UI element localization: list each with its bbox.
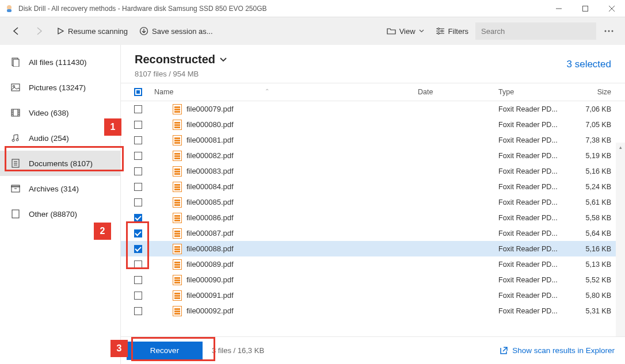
search-input[interactable]	[475, 22, 596, 40]
pdf-icon	[173, 197, 182, 208]
file-row[interactable]: file000084.pdfFoxit Reader PD...5,24 KB	[121, 179, 625, 194]
file-row[interactable]: file000089.pdfFoxit Reader PD...5,13 KB	[121, 256, 625, 272]
view-heading-dropdown[interactable]: Reconstructed	[135, 53, 227, 66]
play-icon	[56, 27, 64, 35]
file-row[interactable]: file000082.pdfFoxit Reader PD...5,19 KB	[121, 148, 625, 163]
file-type: Foxit Reader PD...	[498, 245, 567, 253]
more-button[interactable]	[599, 30, 619, 32]
file-checkbox[interactable]	[134, 245, 142, 253]
main-panel: Reconstructed 8107 files / 954 MB 3 sele…	[121, 45, 625, 364]
file-checkbox[interactable]	[134, 167, 142, 175]
archives-icon	[10, 183, 21, 194]
documents-icon	[10, 158, 21, 168]
file-type: Foxit Reader PD...	[498, 136, 567, 144]
sidebar-item-documents[interactable]: Documents (8107)	[0, 151, 120, 176]
file-type: Foxit Reader PD...	[498, 152, 567, 160]
other-icon	[10, 209, 21, 219]
column-header-type[interactable]: Type	[498, 88, 567, 96]
file-type: Foxit Reader PD...	[498, 260, 567, 269]
scroll-up-icon[interactable]: ▴	[616, 143, 625, 152]
pdf-icon	[173, 259, 182, 270]
minimize-button[interactable]	[546, 0, 572, 17]
file-row[interactable]: file000080.pdfFoxit Reader PD...7,05 KB	[121, 117, 625, 132]
file-name: file000079.pdf	[186, 105, 234, 113]
filters-button[interactable]: Filters	[431, 22, 473, 40]
file-row[interactable]: file000092.pdfFoxit Reader PD...5,31 KB	[121, 303, 625, 319]
sidebar-item-audio[interactable]: Audio (254)	[0, 125, 120, 151]
file-checkbox[interactable]	[134, 105, 142, 113]
sidebar: All files (111430) Pictures (13247) Vide…	[0, 45, 121, 364]
show-in-explorer-link[interactable]: Show scan results in Explorer	[499, 346, 615, 355]
file-checkbox[interactable]	[134, 214, 142, 222]
select-all-checkbox[interactable]	[134, 88, 142, 96]
scrollbar[interactable]: ▴	[616, 143, 625, 336]
file-row[interactable]: file000091.pdfFoxit Reader PD...5,80 KB	[121, 288, 625, 303]
pdf-icon	[173, 135, 182, 145]
close-button[interactable]	[599, 0, 625, 17]
svg-rect-3	[583, 6, 588, 11]
back-button[interactable]	[6, 22, 26, 40]
file-type: Foxit Reader PD...	[498, 276, 567, 284]
file-type: Foxit Reader PD...	[498, 167, 567, 175]
external-link-icon	[499, 346, 508, 355]
svg-rect-1	[7, 9, 12, 12]
sidebar-item-video[interactable]: Video (638)	[0, 100, 120, 125]
save-session-button[interactable]: Save session as...	[135, 22, 218, 40]
svg-point-14	[608, 30, 610, 32]
file-name: file000084.pdf	[186, 182, 234, 191]
file-checkbox[interactable]	[134, 276, 142, 284]
file-row[interactable]: file000085.pdfFoxit Reader PD...5,61 KB	[121, 194, 625, 210]
file-checkbox[interactable]	[134, 121, 142, 129]
folder-icon	[387, 27, 396, 35]
sidebar-item-other[interactable]: Other (88870)	[0, 201, 120, 227]
file-checkbox[interactable]	[134, 292, 142, 300]
file-name: file000092.pdf	[186, 306, 234, 315]
selected-count[interactable]: 3 selected	[567, 59, 612, 70]
column-header-name[interactable]: Name⌃	[150, 88, 418, 96]
file-checkbox[interactable]	[134, 229, 142, 237]
file-row[interactable]: file000079.pdfFoxit Reader PD...7,06 KB	[121, 101, 625, 117]
column-header-date[interactable]: Date	[418, 88, 498, 96]
view-dropdown[interactable]: View	[382, 22, 429, 40]
file-size: 7,06 KB	[567, 105, 625, 113]
file-type: Foxit Reader PD...	[498, 183, 567, 191]
file-type: Foxit Reader PD...	[498, 105, 567, 113]
svg-rect-38	[12, 210, 19, 218]
file-checkbox[interactable]	[134, 183, 142, 191]
file-row[interactable]: file000086.pdfFoxit Reader PD...5,58 KB	[121, 210, 625, 225]
svg-rect-18	[12, 84, 20, 91]
file-row[interactable]: file000081.pdfFoxit Reader PD...7,38 KB	[121, 132, 625, 148]
file-name: file000088.pdf	[186, 244, 234, 253]
file-name: file000091.pdf	[186, 291, 234, 300]
pdf-icon	[173, 228, 182, 239]
maximize-button[interactable]	[572, 0, 599, 17]
recover-button[interactable]: Recover	[127, 342, 203, 360]
file-row[interactable]: file000088.pdfFoxit Reader PD...5,16 KB	[121, 241, 625, 256]
file-row[interactable]: file000090.pdfFoxit Reader PD...5,52 KB	[121, 272, 625, 288]
sidebar-item-pictures[interactable]: Pictures (13247)	[0, 75, 120, 100]
file-checkbox[interactable]	[134, 136, 142, 144]
pdf-icon	[173, 104, 182, 114]
file-name: file000086.pdf	[186, 213, 234, 222]
pdf-icon	[173, 151, 182, 161]
file-row[interactable]: file000083.pdfFoxit Reader PD...5,16 KB	[121, 163, 625, 179]
resume-scanning-button[interactable]: Resume scanning	[52, 22, 132, 40]
file-checkbox[interactable]	[134, 260, 142, 269]
file-name: file000087.pdf	[186, 229, 234, 237]
file-count-summary: 8107 files / 954 MB	[135, 70, 227, 78]
chevron-down-icon	[419, 29, 424, 33]
column-header-size[interactable]: Size	[567, 88, 625, 96]
selection-info: 3 files / 16,3 KB	[212, 346, 264, 355]
forward-button[interactable]	[29, 22, 49, 40]
file-row[interactable]: file000087.pdfFoxit Reader PD...5,64 KB	[121, 225, 625, 241]
titlebar: Disk Drill - All recovery methods - Hard…	[0, 0, 625, 17]
file-type: Foxit Reader PD...	[498, 229, 567, 237]
sidebar-item-all-files[interactable]: All files (111430)	[0, 49, 120, 75]
file-checkbox[interactable]	[134, 198, 142, 206]
file-name: file000080.pdf	[186, 120, 234, 129]
file-checkbox[interactable]	[134, 307, 142, 315]
file-type: Foxit Reader PD...	[498, 121, 567, 129]
file-checkbox[interactable]	[134, 152, 142, 160]
file-type: Foxit Reader PD...	[498, 198, 567, 206]
sidebar-item-archives[interactable]: Archives (314)	[0, 176, 120, 201]
